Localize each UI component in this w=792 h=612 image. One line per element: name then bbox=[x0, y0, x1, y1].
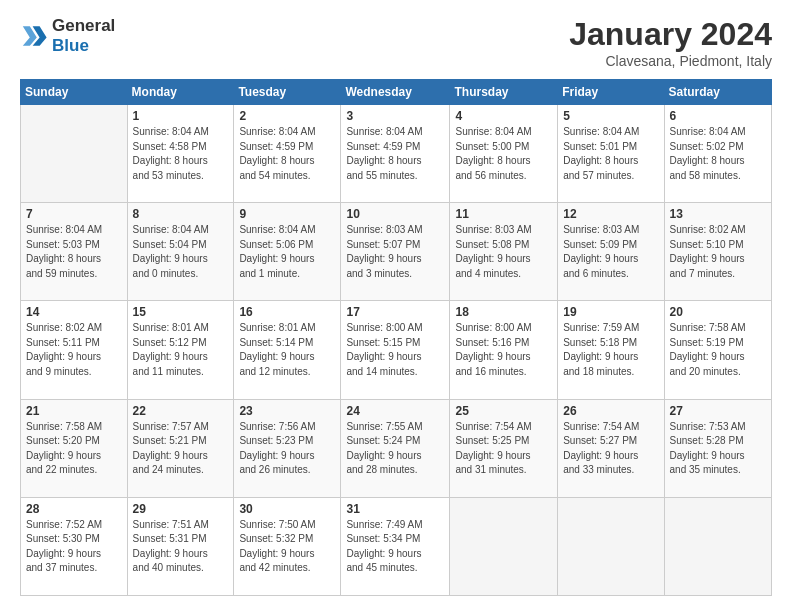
day-info: Sunrise: 7:55 AMSunset: 5:24 PMDaylight:… bbox=[346, 420, 444, 478]
day-cell: 25Sunrise: 7:54 AMSunset: 5:25 PMDayligh… bbox=[450, 399, 558, 497]
weekday-header-sunday: Sunday bbox=[21, 80, 128, 105]
day-cell: 16Sunrise: 8:01 AMSunset: 5:14 PMDayligh… bbox=[234, 301, 341, 399]
day-number: 6 bbox=[670, 109, 766, 123]
header: General Blue January 2024 Clavesana, Pie… bbox=[20, 16, 772, 69]
day-number: 12 bbox=[563, 207, 658, 221]
calendar-table: SundayMondayTuesdayWednesdayThursdayFrid… bbox=[20, 79, 772, 596]
day-number: 17 bbox=[346, 305, 444, 319]
day-info: Sunrise: 8:04 AMSunset: 4:58 PMDaylight:… bbox=[133, 125, 229, 183]
day-info: Sunrise: 8:03 AMSunset: 5:08 PMDaylight:… bbox=[455, 223, 552, 281]
day-info: Sunrise: 8:02 AMSunset: 5:11 PMDaylight:… bbox=[26, 321, 122, 379]
logo-line1: General bbox=[52, 16, 115, 36]
location: Clavesana, Piedmont, Italy bbox=[569, 53, 772, 69]
logo-line2: Blue bbox=[52, 36, 115, 56]
weekday-header-saturday: Saturday bbox=[664, 80, 771, 105]
day-info: Sunrise: 7:50 AMSunset: 5:32 PMDaylight:… bbox=[239, 518, 335, 576]
title-block: January 2024 Clavesana, Piedmont, Italy bbox=[569, 16, 772, 69]
day-number: 27 bbox=[670, 404, 766, 418]
day-info: Sunrise: 8:04 AMSunset: 5:03 PMDaylight:… bbox=[26, 223, 122, 281]
day-number: 10 bbox=[346, 207, 444, 221]
day-info: Sunrise: 7:49 AMSunset: 5:34 PMDaylight:… bbox=[346, 518, 444, 576]
day-number: 11 bbox=[455, 207, 552, 221]
day-number: 19 bbox=[563, 305, 658, 319]
day-cell: 30Sunrise: 7:50 AMSunset: 5:32 PMDayligh… bbox=[234, 497, 341, 595]
weekday-header-tuesday: Tuesday bbox=[234, 80, 341, 105]
weekday-header-wednesday: Wednesday bbox=[341, 80, 450, 105]
day-cell bbox=[558, 497, 664, 595]
day-cell: 20Sunrise: 7:58 AMSunset: 5:19 PMDayligh… bbox=[664, 301, 771, 399]
day-cell bbox=[664, 497, 771, 595]
day-cell: 2Sunrise: 8:04 AMSunset: 4:59 PMDaylight… bbox=[234, 105, 341, 203]
day-cell: 6Sunrise: 8:04 AMSunset: 5:02 PMDaylight… bbox=[664, 105, 771, 203]
day-number: 24 bbox=[346, 404, 444, 418]
week-row-4: 21Sunrise: 7:58 AMSunset: 5:20 PMDayligh… bbox=[21, 399, 772, 497]
day-cell: 21Sunrise: 7:58 AMSunset: 5:20 PMDayligh… bbox=[21, 399, 128, 497]
day-number: 1 bbox=[133, 109, 229, 123]
weekday-header-thursday: Thursday bbox=[450, 80, 558, 105]
day-cell: 18Sunrise: 8:00 AMSunset: 5:16 PMDayligh… bbox=[450, 301, 558, 399]
day-cell: 7Sunrise: 8:04 AMSunset: 5:03 PMDaylight… bbox=[21, 203, 128, 301]
day-number: 22 bbox=[133, 404, 229, 418]
day-info: Sunrise: 7:53 AMSunset: 5:28 PMDaylight:… bbox=[670, 420, 766, 478]
month-title: January 2024 bbox=[569, 16, 772, 53]
day-info: Sunrise: 7:58 AMSunset: 5:19 PMDaylight:… bbox=[670, 321, 766, 379]
day-info: Sunrise: 8:04 AMSunset: 5:06 PMDaylight:… bbox=[239, 223, 335, 281]
weekday-header-row: SundayMondayTuesdayWednesdayThursdayFrid… bbox=[21, 80, 772, 105]
day-info: Sunrise: 8:04 AMSunset: 5:01 PMDaylight:… bbox=[563, 125, 658, 183]
day-cell: 8Sunrise: 8:04 AMSunset: 5:04 PMDaylight… bbox=[127, 203, 234, 301]
day-number: 2 bbox=[239, 109, 335, 123]
day-info: Sunrise: 7:54 AMSunset: 5:27 PMDaylight:… bbox=[563, 420, 658, 478]
day-info: Sunrise: 7:59 AMSunset: 5:18 PMDaylight:… bbox=[563, 321, 658, 379]
logo: General Blue bbox=[20, 16, 115, 57]
day-info: Sunrise: 8:02 AMSunset: 5:10 PMDaylight:… bbox=[670, 223, 766, 281]
day-number: 20 bbox=[670, 305, 766, 319]
day-number: 3 bbox=[346, 109, 444, 123]
day-number: 30 bbox=[239, 502, 335, 516]
week-row-3: 14Sunrise: 8:02 AMSunset: 5:11 PMDayligh… bbox=[21, 301, 772, 399]
day-number: 21 bbox=[26, 404, 122, 418]
day-cell: 4Sunrise: 8:04 AMSunset: 5:00 PMDaylight… bbox=[450, 105, 558, 203]
day-info: Sunrise: 8:04 AMSunset: 4:59 PMDaylight:… bbox=[239, 125, 335, 183]
day-info: Sunrise: 8:01 AMSunset: 5:14 PMDaylight:… bbox=[239, 321, 335, 379]
day-number: 13 bbox=[670, 207, 766, 221]
day-number: 16 bbox=[239, 305, 335, 319]
page: General Blue January 2024 Clavesana, Pie… bbox=[0, 0, 792, 612]
day-cell: 1Sunrise: 8:04 AMSunset: 4:58 PMDaylight… bbox=[127, 105, 234, 203]
week-row-2: 7Sunrise: 8:04 AMSunset: 5:03 PMDaylight… bbox=[21, 203, 772, 301]
day-cell: 24Sunrise: 7:55 AMSunset: 5:24 PMDayligh… bbox=[341, 399, 450, 497]
weekday-header-friday: Friday bbox=[558, 80, 664, 105]
day-cell: 19Sunrise: 7:59 AMSunset: 5:18 PMDayligh… bbox=[558, 301, 664, 399]
day-cell: 28Sunrise: 7:52 AMSunset: 5:30 PMDayligh… bbox=[21, 497, 128, 595]
day-cell bbox=[450, 497, 558, 595]
day-info: Sunrise: 8:04 AMSunset: 4:59 PMDaylight:… bbox=[346, 125, 444, 183]
day-number: 31 bbox=[346, 502, 444, 516]
day-cell: 13Sunrise: 8:02 AMSunset: 5:10 PMDayligh… bbox=[664, 203, 771, 301]
day-number: 4 bbox=[455, 109, 552, 123]
day-number: 5 bbox=[563, 109, 658, 123]
day-number: 15 bbox=[133, 305, 229, 319]
day-cell: 12Sunrise: 8:03 AMSunset: 5:09 PMDayligh… bbox=[558, 203, 664, 301]
day-info: Sunrise: 8:01 AMSunset: 5:12 PMDaylight:… bbox=[133, 321, 229, 379]
day-info: Sunrise: 7:58 AMSunset: 5:20 PMDaylight:… bbox=[26, 420, 122, 478]
day-number: 7 bbox=[26, 207, 122, 221]
day-cell: 15Sunrise: 8:01 AMSunset: 5:12 PMDayligh… bbox=[127, 301, 234, 399]
day-cell: 22Sunrise: 7:57 AMSunset: 5:21 PMDayligh… bbox=[127, 399, 234, 497]
day-info: Sunrise: 7:56 AMSunset: 5:23 PMDaylight:… bbox=[239, 420, 335, 478]
day-number: 25 bbox=[455, 404, 552, 418]
day-number: 9 bbox=[239, 207, 335, 221]
day-cell: 3Sunrise: 8:04 AMSunset: 4:59 PMDaylight… bbox=[341, 105, 450, 203]
day-info: Sunrise: 8:04 AMSunset: 5:04 PMDaylight:… bbox=[133, 223, 229, 281]
day-cell: 27Sunrise: 7:53 AMSunset: 5:28 PMDayligh… bbox=[664, 399, 771, 497]
day-number: 18 bbox=[455, 305, 552, 319]
day-number: 14 bbox=[26, 305, 122, 319]
day-info: Sunrise: 8:03 AMSunset: 5:07 PMDaylight:… bbox=[346, 223, 444, 281]
week-row-5: 28Sunrise: 7:52 AMSunset: 5:30 PMDayligh… bbox=[21, 497, 772, 595]
day-cell: 29Sunrise: 7:51 AMSunset: 5:31 PMDayligh… bbox=[127, 497, 234, 595]
day-info: Sunrise: 7:51 AMSunset: 5:31 PMDaylight:… bbox=[133, 518, 229, 576]
day-info: Sunrise: 7:52 AMSunset: 5:30 PMDaylight:… bbox=[26, 518, 122, 576]
day-cell: 31Sunrise: 7:49 AMSunset: 5:34 PMDayligh… bbox=[341, 497, 450, 595]
day-cell: 23Sunrise: 7:56 AMSunset: 5:23 PMDayligh… bbox=[234, 399, 341, 497]
day-number: 28 bbox=[26, 502, 122, 516]
day-cell: 17Sunrise: 8:00 AMSunset: 5:15 PMDayligh… bbox=[341, 301, 450, 399]
day-info: Sunrise: 7:54 AMSunset: 5:25 PMDaylight:… bbox=[455, 420, 552, 478]
